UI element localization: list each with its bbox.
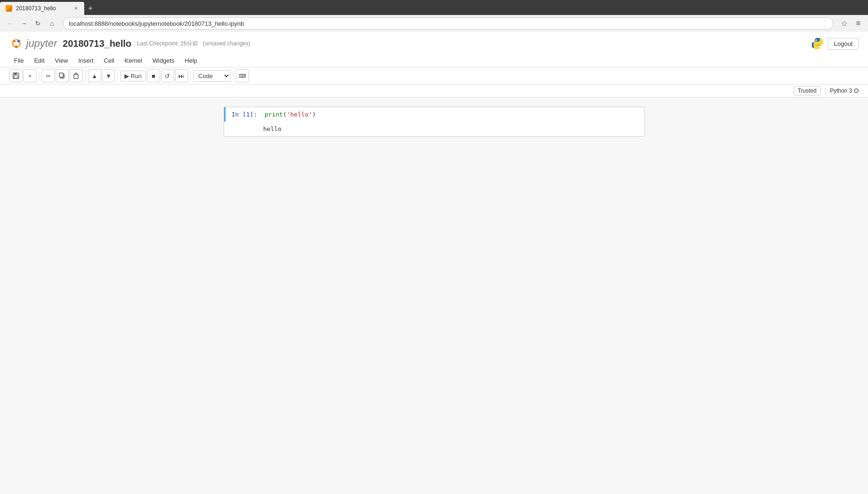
- save-button[interactable]: [9, 69, 22, 82]
- logout-button[interactable]: Logout: [828, 38, 859, 50]
- tab-title: 20180713_hello: [16, 5, 70, 12]
- svg-rect-8: [14, 76, 18, 78]
- cell-input[interactable]: print('hello'): [263, 107, 644, 122]
- interrupt-button[interactable]: ■: [147, 69, 160, 82]
- menu-cell[interactable]: Cell: [99, 55, 119, 66]
- bookmark-button[interactable]: ☆: [838, 17, 850, 29]
- keyboard-shortcuts-button[interactable]: ⌨: [236, 69, 249, 82]
- paste-icon: [73, 73, 80, 79]
- cell-container: In [1]: print('hello') hello: [224, 107, 645, 137]
- more-options-button[interactable]: ≡: [852, 17, 864, 29]
- code-paren-close: ): [312, 111, 316, 118]
- cell-prompt: In [1]:: [226, 107, 263, 122]
- jupyter-logo-text: jupyter: [26, 37, 57, 50]
- tab-favicon: [6, 5, 12, 12]
- code-keyword: print: [265, 111, 283, 118]
- toolbar-separator-5: [233, 71, 233, 80]
- kernel-status: Python 3: [830, 87, 859, 94]
- copy-icon: [59, 73, 66, 79]
- move-cell-up-button[interactable]: ▲: [88, 69, 101, 82]
- menu-edit[interactable]: Edit: [29, 55, 49, 66]
- code-cell: In [1]: print('hello'): [224, 107, 644, 122]
- checkpoint-info: Last Checkpoint: 26分前 (unsaved changes): [137, 40, 250, 48]
- cell-output: hello: [224, 122, 644, 136]
- svg-rect-7: [14, 73, 17, 75]
- kernel-status-dot: [854, 88, 859, 93]
- kernel-name: Python 3: [830, 87, 852, 94]
- paste-button[interactable]: [70, 69, 83, 82]
- svg-point-3: [15, 45, 18, 48]
- status-bar: Trusted | Python 3: [0, 85, 868, 97]
- toolbar-separator-4: [190, 71, 191, 80]
- new-tab-button[interactable]: +: [84, 4, 97, 14]
- toolbar-separator-2: [85, 71, 86, 80]
- cell-type-select[interactable]: Code: [193, 70, 231, 82]
- python-logo-icon: [811, 37, 824, 50]
- svg-rect-12: [75, 73, 77, 75]
- menu-kernel[interactable]: Kernel: [120, 55, 147, 66]
- header-right: Logout: [811, 37, 859, 50]
- run-icon: ▶: [124, 73, 129, 80]
- svg-point-4: [816, 40, 817, 41]
- toolbar: + ✂ ▲ ▼ ▶ Run ■ ↺ ⏭ Code: [0, 67, 868, 85]
- copy-button[interactable]: [56, 69, 69, 82]
- svg-point-1: [13, 40, 15, 43]
- output-prompt: [224, 124, 262, 134]
- notebook-name[interactable]: 20180713_hello: [63, 38, 131, 49]
- browser-chrome: 20180713_hello × + ← → ↻ ⌂ localhost:888…: [0, 0, 868, 32]
- move-cell-down-button[interactable]: ▼: [102, 69, 115, 82]
- run-button[interactable]: ▶ Run: [120, 71, 146, 81]
- address-text: localhost:8888/notebooks/jupyternotebook…: [69, 20, 244, 27]
- tab-close-button[interactable]: ×: [73, 4, 79, 13]
- restart-run-button[interactable]: ⏭: [175, 69, 188, 82]
- browser-nav-bar: ← → ↻ ⌂ localhost:8888/notebooks/jupyter…: [0, 15, 868, 32]
- menu-help[interactable]: Help: [180, 55, 202, 66]
- notebook-title-bar: jupyter 20180713_hello Last Checkpoint: …: [9, 32, 859, 54]
- home-button[interactable]: ⌂: [46, 17, 58, 29]
- toolbar-separator-1: [39, 71, 39, 80]
- browser-tab[interactable]: 20180713_hello ×: [0, 2, 84, 15]
- address-bar[interactable]: localhost:8888/notebooks/jupyternotebook…: [63, 17, 833, 29]
- status-divider: |: [824, 87, 826, 94]
- reload-button[interactable]: ↻: [32, 17, 44, 29]
- svg-point-5: [818, 46, 820, 48]
- menu-file[interactable]: File: [9, 55, 29, 66]
- svg-point-2: [17, 40, 20, 43]
- menu-widgets[interactable]: Widgets: [148, 55, 179, 66]
- insert-cell-button[interactable]: +: [23, 69, 36, 82]
- run-label: Run: [131, 73, 142, 80]
- output-content: hello: [262, 124, 644, 134]
- menu-view[interactable]: View: [50, 55, 73, 66]
- svg-rect-10: [59, 73, 63, 77]
- tab-bar: 20180713_hello × +: [0, 0, 868, 15]
- cut-button[interactable]: ✂: [42, 69, 55, 82]
- notebook-header: jupyter 20180713_hello Last Checkpoint: …: [0, 32, 868, 67]
- trusted-button[interactable]: Trusted: [794, 86, 821, 95]
- back-button[interactable]: ←: [4, 17, 16, 29]
- notebook-body: In [1]: print('hello') hello: [0, 97, 868, 146]
- jupyter-logo-icon: [9, 36, 23, 51]
- restart-button[interactable]: ↺: [161, 69, 174, 82]
- save-icon: [13, 73, 19, 79]
- forward-button[interactable]: →: [18, 17, 30, 29]
- jupyter-logo: jupyter: [9, 36, 57, 51]
- menu-bar: File Edit View Insert Cell Kernel Widget…: [9, 54, 859, 67]
- notebook-container: jupyter 20180713_hello Last Checkpoint: …: [0, 32, 868, 494]
- code-string: 'hello': [286, 111, 312, 118]
- menu-insert[interactable]: Insert: [73, 55, 98, 66]
- toolbar-separator-3: [117, 71, 118, 80]
